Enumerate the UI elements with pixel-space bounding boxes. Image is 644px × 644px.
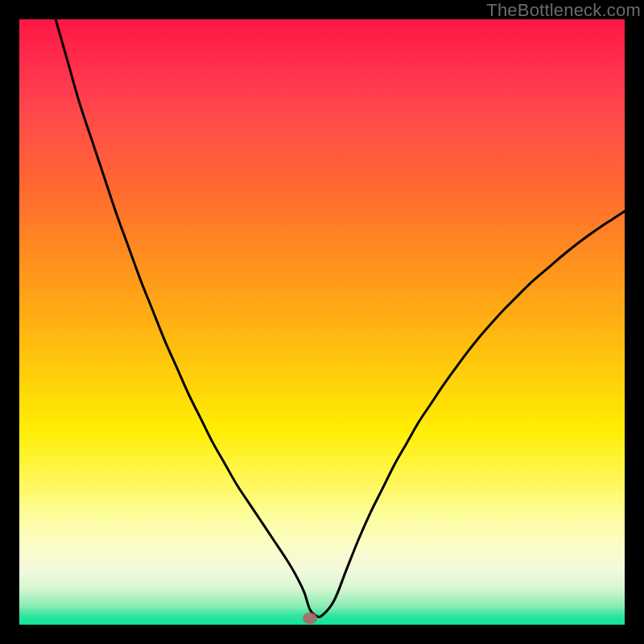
watermark-text: TheBottleneck.com xyxy=(486,0,641,21)
outer-frame: TheBottleneck.com xyxy=(0,0,644,644)
plot-area xyxy=(19,19,625,625)
gradient-background xyxy=(19,19,625,625)
